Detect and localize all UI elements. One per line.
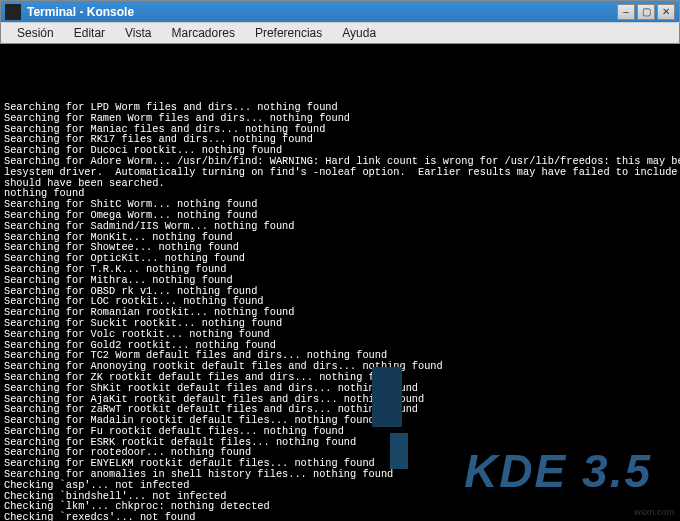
menubar: Sesión Editar Vista Marcadores Preferenc…	[0, 22, 680, 44]
menu-preferencias[interactable]: Preferencias	[245, 24, 332, 42]
menu-sesion[interactable]: Sesión	[7, 24, 64, 42]
terminal-app-icon	[5, 4, 21, 20]
minimize-button[interactable]: –	[617, 4, 635, 20]
terminal-line: Checking `rexedcs'... not found	[4, 512, 676, 521]
terminal-line: Searching for Ramen Worm files and dirs.…	[4, 113, 676, 124]
terminal-line: Searching for Sadmind/IIS Worm... nothin…	[4, 221, 676, 232]
window-title: Terminal - Konsole	[27, 5, 615, 19]
close-button[interactable]: ✕	[657, 4, 675, 20]
titlebar: Terminal - Konsole – ▢ ✕	[0, 0, 680, 22]
maximize-button[interactable]: ▢	[637, 4, 655, 20]
menu-vista[interactable]: Vista	[115, 24, 161, 42]
terminal-line: Searching for Mithra... nothing found	[4, 275, 676, 286]
terminal-line: Searching for Volc rootkit... nothing fo…	[4, 329, 676, 340]
terminal-line: Searching for ShKit rootkit default file…	[4, 383, 676, 394]
menu-marcadores[interactable]: Marcadores	[162, 24, 245, 42]
terminal-lines-container: Searching for LPD Worm files and dirs...…	[4, 102, 676, 521]
menu-editar[interactable]: Editar	[64, 24, 115, 42]
menu-ayuda[interactable]: Ayuda	[332, 24, 386, 42]
terminal-output[interactable]: KDE 3.5 Searching for LPD Worm files and…	[0, 44, 680, 521]
terminal-line: should have been searched.	[4, 178, 676, 189]
terminal-line: lesystem driver. Automatically turning o…	[4, 167, 676, 178]
